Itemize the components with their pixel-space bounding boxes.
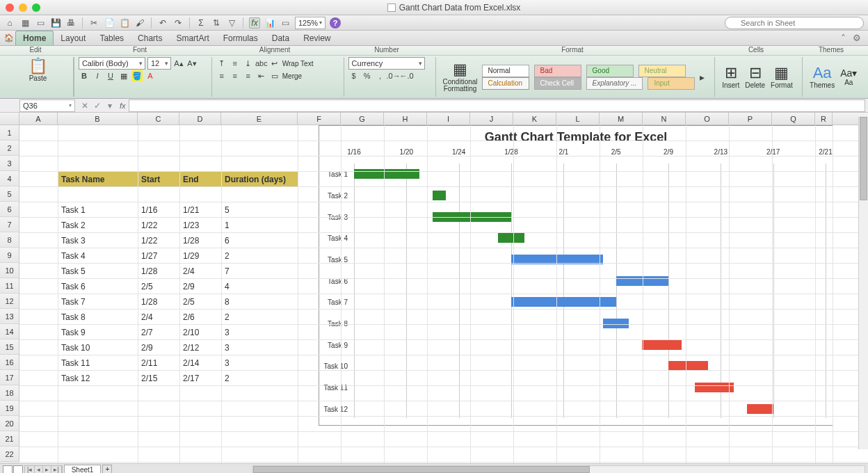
increase-decimal-icon[interactable]: .0→ — [388, 70, 399, 81]
gantt-bar[interactable] — [511, 297, 616, 307]
row-header-3[interactable]: 3 — [0, 156, 19, 171]
col-header-P[interactable]: P — [729, 113, 772, 125]
col-header-A[interactable]: A — [19, 113, 58, 125]
col-header-N[interactable]: N — [643, 113, 686, 125]
increase-font-icon[interactable]: A▴ — [173, 58, 184, 69]
col-header-C[interactable]: C — [138, 113, 179, 125]
wrap-text-label[interactable]: Wrap Text — [282, 60, 314, 67]
format-cells-button[interactable]: ▦Format — [768, 57, 796, 97]
paste-icon[interactable]: 📋 — [119, 17, 130, 29]
table-row[interactable]: Task 21/221/231 — [58, 218, 298, 233]
row-header-21[interactable]: 21 — [0, 431, 19, 447]
home-icon[interactable]: ⌂ — [4, 17, 15, 29]
row-header-11[interactable]: 11 — [0, 278, 19, 294]
align-left-icon[interactable]: ≡ — [216, 70, 227, 81]
maximize-window-button[interactable] — [32, 3, 40, 12]
paste-button[interactable]: 📋Paste — [7, 57, 69, 83]
style-calculation[interactable]: Calculation — [482, 77, 529, 90]
save-icon[interactable]: 💾 — [50, 17, 61, 29]
table-row[interactable]: Task 62/52/94 — [58, 279, 298, 294]
style-input[interactable]: Input — [648, 77, 695, 90]
themes-button[interactable]: AaThemes — [807, 57, 837, 97]
row-header-6[interactable]: 6 — [0, 202, 19, 217]
font-color-button[interactable]: A — [145, 70, 156, 81]
align-right-icon[interactable]: ≡ — [243, 70, 254, 81]
row-header-17[interactable]: 17 — [0, 370, 19, 385]
number-format-select[interactable]: Currency — [348, 57, 425, 70]
window-icon[interactable]: ▭ — [35, 17, 46, 29]
tab-tables[interactable]: Tables — [93, 31, 131, 45]
col-header-L[interactable]: L — [556, 113, 600, 125]
insert-cells-button[interactable]: ⊞Insert — [719, 57, 742, 97]
gantt-bar[interactable] — [695, 383, 734, 392]
row-header-8[interactable]: 8 — [0, 232, 19, 248]
row-header-22[interactable]: 22 — [0, 447, 19, 462]
merge-icon[interactable]: ▭ — [269, 70, 280, 81]
gantt-bar[interactable] — [642, 340, 682, 350]
style-neutral[interactable]: Neutral — [638, 65, 686, 77]
vertical-scrollbar[interactable] — [858, 117, 868, 449]
row-header-1[interactable]: 1 — [0, 125, 19, 141]
undo-icon[interactable]: ↶ — [157, 17, 168, 29]
close-window-button[interactable] — [6, 3, 14, 12]
minimize-window-button[interactable] — [19, 3, 27, 12]
row-header-15[interactable]: 15 — [0, 339, 19, 355]
col-header-E[interactable]: E — [221, 113, 298, 125]
collapse-ribbon-icon[interactable]: ˄ — [837, 33, 850, 44]
select-all-corner[interactable] — [0, 113, 19, 125]
show-icon[interactable]: ▭ — [280, 17, 291, 29]
row-header-13[interactable]: 13 — [0, 309, 19, 324]
sort-icon[interactable]: ⇅ — [211, 17, 222, 29]
gantt-bar[interactable] — [433, 191, 446, 200]
tab-layout[interactable]: Layout — [54, 31, 93, 45]
row-header-5[interactable]: 5 — [0, 186, 19, 202]
table-row[interactable]: Task 11/161/215 — [58, 202, 298, 218]
row-header-16[interactable]: 16 — [0, 355, 19, 370]
cancel-formula-icon[interactable]: ✕ — [79, 101, 90, 111]
align-bottom-icon[interactable]: ⤓ — [243, 58, 254, 69]
name-box[interactable]: Q36 — [19, 99, 75, 112]
tab-charts[interactable]: Charts — [131, 31, 169, 45]
row-header-14[interactable]: 14 — [0, 324, 19, 339]
zoom-select[interactable]: 125%▾ — [295, 17, 326, 29]
bold-button[interactable]: B — [79, 70, 90, 81]
col-header-K[interactable]: K — [513, 113, 556, 125]
search-input[interactable] — [725, 17, 864, 29]
gantt-bar[interactable] — [498, 233, 524, 243]
enter-formula-icon[interactable]: ✓ — [92, 101, 103, 111]
conditional-formatting-button[interactable]: ▦Conditional Formatting — [440, 61, 481, 94]
col-header-G[interactable]: G — [341, 113, 384, 125]
table-row[interactable]: Task 71/282/58 — [58, 294, 298, 310]
decrease-font-icon[interactable]: A▾ — [186, 58, 198, 69]
sheet-nav[interactable]: |◂◂▸▸| — [24, 465, 63, 474]
table-row[interactable]: Task 102/92/123 — [58, 340, 298, 355]
gantt-chart[interactable]: Gantt Chart Template for Excel 1/161/201… — [319, 125, 833, 426]
tab-data[interactable]: Data — [265, 31, 296, 45]
table-header[interactable]: Duration (days) — [222, 172, 298, 187]
table-header[interactable]: End — [180, 172, 222, 187]
decrease-decimal-icon[interactable]: ←.0 — [401, 70, 412, 81]
merge-label[interactable]: Merge — [282, 72, 302, 80]
comma-icon[interactable]: , — [375, 70, 386, 81]
style-normal[interactable]: Normal — [482, 65, 529, 77]
copy-icon[interactable]: 📄 — [104, 17, 115, 29]
table-row[interactable]: Task 122/152/172 — [58, 371, 298, 386]
fx-dropdown-icon[interactable]: ▾ — [104, 101, 115, 111]
align-top-icon[interactable]: ⤒ — [216, 58, 227, 69]
italic-button[interactable]: I — [92, 70, 103, 81]
tab-formulas[interactable]: Formulas — [216, 31, 265, 45]
col-header-F[interactable]: F — [298, 113, 341, 125]
autosum-icon[interactable]: Σ — [195, 17, 207, 29]
col-header-R[interactable]: R — [815, 113, 833, 125]
row-header-7[interactable]: 7 — [0, 217, 19, 232]
col-header-H[interactable]: H — [384, 113, 427, 125]
style-explanatory[interactable]: Explanatory ... — [586, 77, 643, 90]
styles-more-icon[interactable]: ▸ — [696, 72, 707, 83]
sheet-tab-1[interactable]: Sheet1 — [64, 465, 102, 474]
row-header-12[interactable]: 12 — [0, 294, 19, 309]
chart-icon[interactable]: 📊 — [264, 17, 275, 29]
view-toggle[interactable] — [3, 465, 23, 474]
table-row[interactable]: Task 92/72/103 — [58, 325, 298, 340]
col-header-B[interactable]: B — [58, 113, 138, 125]
orientation-icon[interactable]: abc — [256, 58, 267, 69]
